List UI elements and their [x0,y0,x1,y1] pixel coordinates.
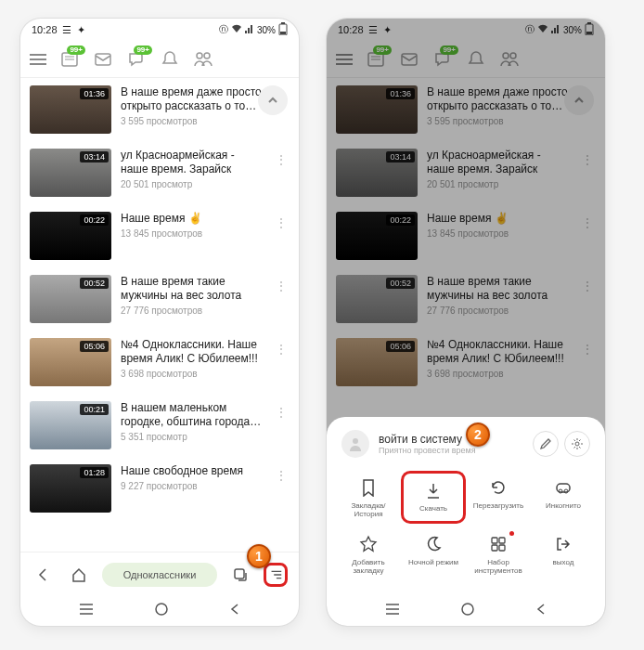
video-duration: 01:36 [80,88,109,99]
menu-label: Набор инструментов [468,559,529,576]
video-item[interactable]: 03:14 ул Красноармейская - наше время. З… [20,141,299,204]
star-icon [357,533,380,555]
reload-icon [487,476,509,499]
svg-rect-1 [281,22,285,24]
svg-rect-9 [235,569,244,578]
edit-button[interactable] [533,431,559,457]
svg-point-7 [197,53,202,58]
menu-label: Ночной режим [408,559,458,567]
video-more-button[interactable]: ⋮ [273,464,290,487]
video-thumbnail[interactable]: 05:06 [30,338,111,386]
svg-rect-31 [492,538,497,543]
incognito-icon [552,476,574,499]
menu-download[interactable]: Скачать [401,471,466,525]
wifi-icon [231,24,242,35]
notifications-icon[interactable] [160,49,180,70]
messages-icon[interactable] [93,49,113,70]
video-more-button[interactable]: ⋮ [273,149,290,171]
svg-point-38 [462,604,473,615]
video-thumbnail[interactable]: 00:52 [30,275,111,323]
nfc-icon: ⓝ [219,23,228,36]
step-marker-1: 1 [247,544,271,568]
svg-rect-34 [499,545,505,551]
status-time: 10:28 [32,24,58,35]
signal-icon [245,24,254,35]
menu-icon[interactable] [30,54,46,65]
svg-rect-2 [280,32,286,34]
video-more-button[interactable]: ⋮ [273,212,290,234]
scroll-top-button[interactable] [258,85,288,115]
video-duration: 01:28 [80,467,109,478]
settings-button[interactable] [564,431,590,457]
menu-label: Добавить закладку [338,559,399,576]
address-pill[interactable]: Одноклассники [102,563,217,587]
video-more-button[interactable]: ⋮ [273,275,290,297]
back-button[interactable] [32,563,56,587]
video-views: 27 776 просмотров [121,306,264,316]
discussions-icon[interactable]: 99+ [126,49,147,70]
video-views: 5 351 просмотр [121,432,264,442]
step-marker-2: 2 [466,422,490,447]
video-thumbnail[interactable]: 00:22 [30,212,111,260]
svg-rect-33 [492,545,497,551]
video-thumbnail[interactable]: 01:36 [30,85,111,134]
menu-moon[interactable]: Ночной режим [401,527,466,581]
login-link[interactable]: войти в систему [379,433,523,446]
video-title: В нашем маленьком городке, обштина город… [121,401,264,429]
recents-button[interactable] [384,603,401,619]
svg-point-27 [575,442,579,446]
tabs-button[interactable] [228,563,252,587]
video-views: 13 845 просмотров [121,228,264,239]
video-more-button[interactable]: ⋮ [273,338,290,360]
notif-icon: ☰ [61,24,72,35]
svg-point-16 [156,604,167,615]
download-icon [422,479,444,501]
menu-label: Инкогнито [546,502,581,511]
video-item[interactable]: 00:22 Наше время ✌️ 13 845 просмотров ⋮ [20,204,299,267]
video-item[interactable]: 00:21 В нашем маленьком городке, обштина… [20,394,299,457]
svg-rect-6 [96,54,110,65]
video-item[interactable]: 00:52 В наше время такие мужчины на вес … [20,267,299,331]
video-item[interactable]: 01:36 В наше время даже просто открыто р… [20,78,299,141]
video-thumbnail[interactable]: 00:21 [30,401,111,449]
battery-icon [278,22,288,37]
home-nav-button[interactable] [154,602,169,620]
menu-bookmark[interactable]: Закладка/История [336,471,401,525]
android-nav-bar [327,596,605,626]
notif-icon-2: ✦ [76,24,87,35]
video-title: Наше свободное время [121,464,264,478]
app-header: 99+ 99+ [20,41,299,78]
feed-icon[interactable]: 99+ [59,49,80,70]
video-item[interactable]: 05:06 №4 Одноклассники. Наше время Алик!… [20,331,299,394]
video-duration: 00:21 [80,404,109,415]
video-thumbnail[interactable]: 01:28 [30,464,111,513]
browser-menu-button[interactable] [264,563,288,587]
video-feed: 01:36 В наше время даже просто открыто р… [20,78,299,552]
video-duration: 05:06 [80,341,109,352]
video-title: В наше время такие мужчины на вес золота [121,275,264,303]
video-views: 9 227 просмотров [121,481,264,491]
video-title: №4 Одноклассники. Наше время Алик! С Юби… [121,338,264,366]
phone-left: 10:28 ☰ ✦ ⓝ 30% 99+ 99 [20,19,299,626]
menu-reload[interactable]: Перезагрузить [466,471,531,525]
video-item[interactable]: 01:28 Наше свободное время 9 227 просмот… [20,457,299,520]
back-nav-button[interactable] [535,603,547,619]
video-title: Наше время ✌️ [121,212,264,226]
home-button[interactable] [67,563,91,587]
bookmark-icon [357,476,380,499]
menu-label: выход [553,559,574,567]
menu-incognito[interactable]: Инкогнито [531,471,596,525]
disc-badge: 99+ [134,46,152,55]
menu-exit[interactable]: выход [531,527,596,581]
video-more-button[interactable]: ⋮ [273,401,290,423]
menu-grid[interactable]: Набор инструментов [466,527,531,581]
recents-button[interactable] [78,603,95,619]
status-bar: 10:28 ☰ ✦ ⓝ 30% [20,19,299,41]
home-nav-button[interactable] [460,602,475,620]
menu-label: Скачать [419,505,447,514]
back-nav-button[interactable] [228,603,241,619]
video-thumbnail[interactable]: 03:14 [30,149,111,197]
user-avatar[interactable] [341,430,369,458]
menu-star[interactable]: Добавить закладку [336,527,401,581]
friends-icon[interactable] [193,49,213,70]
